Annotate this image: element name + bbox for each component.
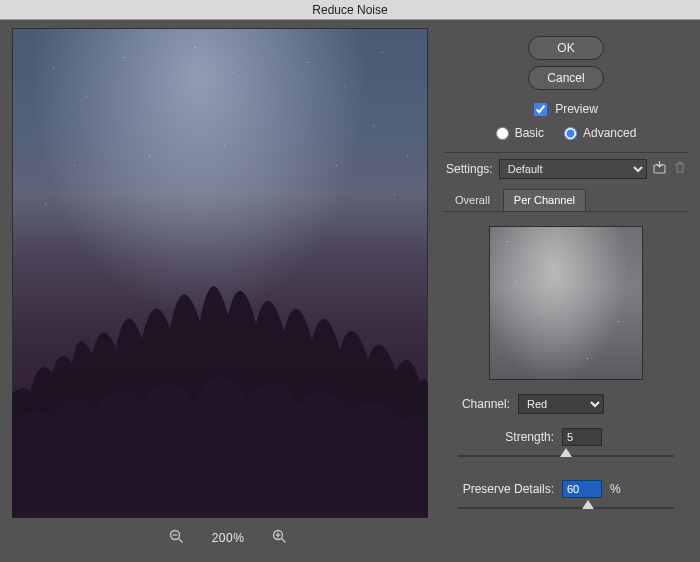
svg-line-1	[178, 539, 182, 543]
mode-radio-group: Basic Advanced	[444, 126, 688, 140]
strength-thumb[interactable]	[560, 448, 572, 457]
preview-content	[12, 204, 428, 518]
controls-panel: OK Cancel Preview Basic Advanced Setting…	[444, 20, 700, 562]
preview-checkbox[interactable]	[534, 103, 547, 116]
settings-row: Settings: Default	[444, 159, 688, 179]
preserve-details-suffix: %	[610, 482, 621, 496]
strength-slider[interactable]	[458, 448, 674, 466]
advanced-radio[interactable]	[564, 127, 577, 140]
advanced-text: Advanced	[583, 126, 636, 140]
preserve-details-label: Preserve Details:	[452, 482, 554, 496]
save-preset-icon[interactable]	[653, 161, 668, 177]
divider	[444, 152, 688, 153]
dialog-title: Reduce Noise	[312, 3, 387, 17]
preserve-details-input[interactable]	[562, 480, 602, 498]
channel-label: Channel:	[452, 397, 510, 411]
reduce-noise-dialog: 200% OK Cancel Preview Basic Advanced S	[0, 20, 700, 562]
zoom-out-icon[interactable]	[169, 529, 184, 547]
basic-radio-label[interactable]: Basic	[496, 126, 544, 140]
settings-label: Settings:	[446, 162, 493, 176]
preserve-thumb[interactable]	[582, 500, 594, 509]
cancel-button[interactable]: Cancel	[528, 66, 604, 90]
dialog-titlebar: Reduce Noise	[0, 0, 700, 20]
preserve-details-row: Preserve Details: %	[444, 480, 688, 498]
preserve-track	[458, 507, 674, 509]
channel-select[interactable]: Red	[518, 394, 604, 414]
ok-button[interactable]: OK	[528, 36, 604, 60]
strength-input[interactable]	[562, 428, 602, 446]
zoom-level[interactable]: 200%	[212, 531, 245, 545]
advanced-radio-label[interactable]: Advanced	[564, 126, 636, 140]
channel-row: Channel: Red	[444, 394, 688, 414]
preserve-details-slider[interactable]	[458, 500, 674, 518]
preview-label: Preview	[555, 102, 598, 116]
basic-text: Basic	[515, 126, 544, 140]
strength-row: Strength:	[444, 428, 688, 446]
image-preview[interactable]	[12, 28, 428, 518]
channel-preview[interactable]	[489, 226, 643, 380]
tab-per-channel[interactable]: Per Channel	[503, 189, 586, 211]
preview-pane: 200%	[0, 20, 444, 562]
zoom-in-icon[interactable]	[272, 529, 287, 547]
preview-toggle-row: Preview	[444, 102, 688, 116]
tab-overall[interactable]: Overall	[444, 189, 501, 211]
settings-preset-select[interactable]: Default	[499, 159, 647, 179]
basic-radio[interactable]	[496, 127, 509, 140]
tab-bar: Overall Per Channel	[444, 189, 688, 212]
trash-icon	[674, 161, 686, 177]
svg-line-4	[282, 539, 286, 543]
zoom-controls: 200%	[12, 518, 444, 558]
strength-label: Strength:	[452, 430, 554, 444]
